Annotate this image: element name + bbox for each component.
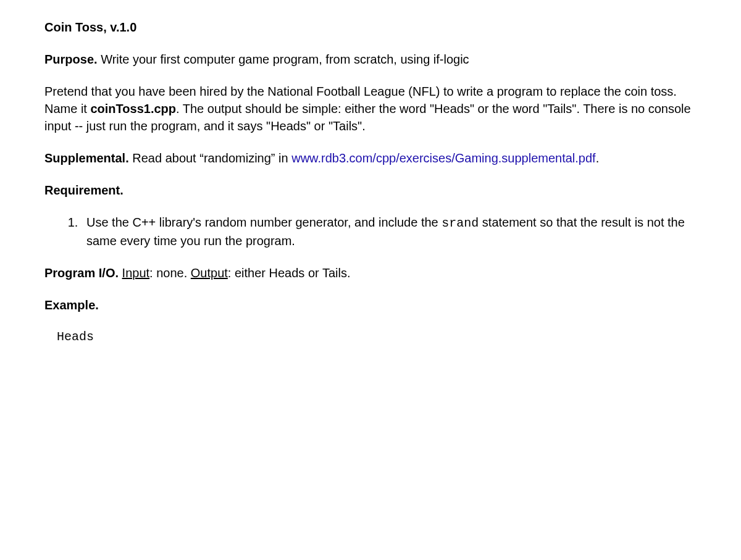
supplemental-link[interactable]: www.rdb3.com/cpp/exercises/Gaming.supple… — [291, 151, 595, 165]
io-label: Program I/O. — [44, 266, 119, 280]
document-title: Coin Toss, v.1.0 — [44, 19, 697, 36]
io-input-text: : none. — [149, 266, 191, 280]
example-output: Heads — [57, 328, 697, 346]
io-output-label: Output — [191, 266, 228, 280]
requirement-item-1-code: srand — [442, 216, 479, 230]
io-paragraph: Program I/O. Input: none. Output: either… — [44, 264, 697, 282]
requirement-list: Use the C++ library's random number gene… — [44, 214, 697, 249]
requirement-item-1: Use the C++ library's random number gene… — [82, 214, 697, 249]
scenario-filename: coinToss1.cpp — [90, 102, 176, 115]
supplemental-after: . — [596, 151, 600, 165]
io-input-label: Input — [122, 266, 149, 280]
example-heading: Example. — [44, 296, 697, 314]
requirement-heading: Requirement. — [44, 182, 697, 199]
requirement-label: Requirement. — [44, 183, 124, 197]
io-output-text: : either Heads or Tails. — [228, 266, 351, 280]
example-label: Example. — [44, 298, 99, 312]
purpose-label: Purpose. — [44, 52, 98, 66]
supplemental-text: Read about “randomizing” in — [129, 151, 291, 165]
scenario-paragraph: Pretend that you have been hired by the … — [44, 83, 697, 135]
supplemental-label: Supplemental. — [44, 151, 129, 165]
supplemental-paragraph: Supplemental. Read about “randomizing” i… — [44, 149, 697, 167]
purpose-text: Write your first computer game program, … — [98, 52, 469, 66]
purpose-paragraph: Purpose. Write your first computer game … — [44, 51, 697, 68]
requirement-item-1-text-1: Use the C++ library's random number gene… — [86, 215, 442, 229]
